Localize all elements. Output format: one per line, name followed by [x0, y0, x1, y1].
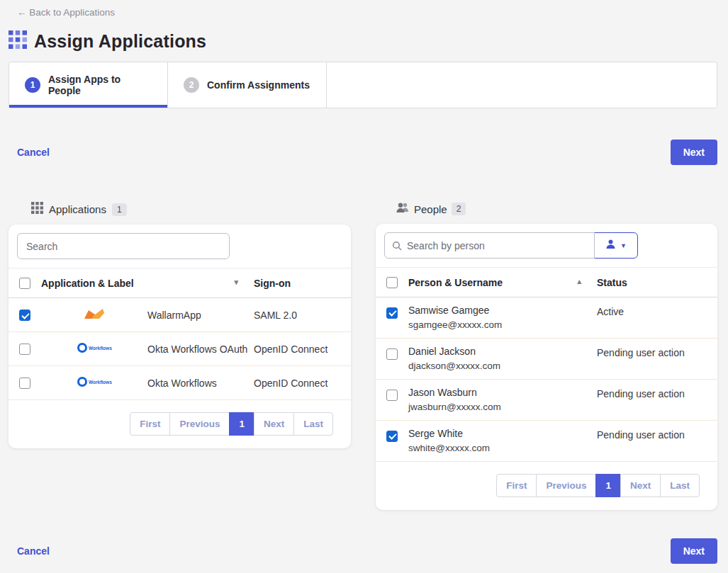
people-panel: ▼ Person & Username ▴ Status: [376, 224, 717, 510]
column-header-label: Application & Label: [41, 278, 134, 289]
person-username: swhite@xxxxx.com: [408, 443, 597, 453]
svg-text:Workflows: Workflows: [89, 346, 112, 351]
application-row[interactable]: Workflows Okta Workflows OAuth OpenID Co…: [9, 332, 351, 366]
application-name: Okta Workflows: [147, 366, 254, 400]
applications-heading-label: Applications: [49, 203, 106, 215]
people-table: Person & Username ▴ Status Samwise Gamge…: [376, 268, 717, 462]
pagination-first[interactable]: First: [130, 412, 170, 436]
signon-column-header: Sign-on: [254, 268, 351, 298]
application-label-column-header[interactable]: Application & Label ▾: [41, 268, 254, 298]
person-row[interactable]: Daniel Jackson djackson@xxxxx.com Pendin…: [376, 339, 717, 380]
person-row[interactable]: Jason Wasburn jwasburn@xxxxx.com Pending…: [376, 380, 717, 421]
person-row-checkbox[interactable]: [386, 390, 398, 401]
tab-step-number: 1: [25, 77, 40, 93]
person-row[interactable]: Samwise Gamgee sgamgee@xxxxx.com Active: [376, 297, 717, 339]
applications-count-badge: 1: [112, 203, 127, 216]
people-heading-label: People: [414, 203, 447, 215]
wallarm-logo: [84, 310, 105, 322]
applications-table-header: Application & Label ▾ Sign-on: [9, 268, 351, 298]
person-status: Pending user action: [597, 339, 717, 380]
person-username: jwasburn@xxxxx.com: [408, 402, 597, 412]
okta-workflows-logo: Workflows: [77, 345, 112, 356]
pagination-page-1[interactable]: 1: [229, 412, 254, 436]
applications-search-bar: [9, 225, 351, 268]
page-header: Assign Applications: [9, 30, 728, 52]
sort-desc-icon: ▾: [234, 278, 238, 287]
pagination-next[interactable]: Next: [620, 474, 661, 497]
application-row[interactable]: WallarmApp SAML 2.0: [9, 298, 351, 332]
person-username: djackson@xxxxx.com: [408, 361, 597, 371]
application-signon: OpenID Connect: [254, 366, 351, 400]
person-name: Samwise Gamgee: [408, 305, 597, 316]
tab-label: Confirm Assignments: [207, 79, 310, 91]
page-title: Assign Applications: [34, 31, 206, 52]
person-name: Serge White: [408, 428, 597, 439]
chevron-down-icon: ▼: [620, 242, 627, 249]
select-all-apps-checkbox[interactable]: [19, 278, 30, 289]
back-to-applications-link[interactable]: ← Back to Applications: [0, 0, 728, 18]
svg-text:Workflows: Workflows: [89, 380, 112, 385]
tab-label: Assign Apps to People: [48, 74, 152, 96]
cancel-link-bottom[interactable]: Cancel: [17, 545, 50, 557]
applications-heading: Applications 1: [31, 202, 351, 217]
panels-section: Applications 1 Application & Label ▾: [9, 202, 717, 510]
person-username-column-header[interactable]: Person & Username ▴: [408, 268, 597, 297]
people-icon: [396, 202, 410, 216]
pagination-last[interactable]: Last: [293, 412, 333, 436]
applications-column: Applications 1 Application & Label ▾: [9, 202, 351, 448]
applications-pagination: First Previous 1 Next Last: [9, 400, 351, 448]
person-status: Pending user action: [597, 380, 717, 421]
sort-asc-icon: ▴: [577, 277, 581, 286]
person-status: Pending user action: [597, 421, 717, 462]
person-status: Active: [597, 297, 717, 339]
application-name: Okta Workflows OAuth: [147, 332, 254, 366]
person-username: sgamgee@xxxxx.com: [408, 319, 597, 330]
status-column-header: Status: [597, 268, 717, 297]
next-button-top[interactable]: Next: [671, 140, 717, 165]
person-row[interactable]: Serge White swhite@xxxxx.com Pending use…: [376, 421, 717, 462]
bottom-actions-row: Cancel Next: [17, 538, 717, 564]
people-search-bar: ▼: [376, 224, 717, 268]
tab-bar-filler: [327, 62, 717, 108]
applications-table: Application & Label ▾ Sign-on: [9, 268, 351, 400]
people-heading: People 2: [396, 202, 717, 216]
application-name: WallarmApp: [147, 298, 254, 332]
assign-applications-page: ← Back to Applications Assign Applicatio…: [0, 0, 728, 573]
person-row-checkbox[interactable]: [386, 348, 398, 360]
pagination-first[interactable]: First: [496, 474, 537, 497]
grid-icon: [31, 202, 43, 217]
top-actions-row: Cancel Next: [17, 140, 717, 165]
tab-assign-apps-to-people[interactable]: 1 Assign Apps to People: [9, 62, 168, 108]
application-signon: SAML 2.0: [254, 298, 351, 332]
pagination-last[interactable]: Last: [660, 474, 700, 497]
people-pagination: First Previous 1 Next Last: [376, 462, 717, 510]
applications-panel: Application & Label ▾ Sign-on: [9, 225, 351, 448]
person-row-checkbox[interactable]: [386, 307, 398, 319]
applications-search-input[interactable]: [17, 233, 230, 259]
pagination-previous[interactable]: Previous: [169, 412, 230, 436]
tab-step-number: 2: [184, 77, 199, 93]
wizard-tab-bar: 1 Assign Apps to People 2 Confirm Assign…: [9, 62, 717, 108]
app-row-checkbox[interactable]: [19, 344, 30, 355]
pagination-next[interactable]: Next: [254, 412, 294, 436]
okta-workflows-logo: Workflows: [77, 379, 112, 390]
person-icon: [605, 239, 616, 251]
pagination-previous[interactable]: Previous: [536, 474, 596, 497]
tab-confirm-assignments[interactable]: 2 Confirm Assignments: [168, 62, 327, 108]
app-row-checkbox[interactable]: [19, 378, 30, 389]
person-filter-dropdown[interactable]: ▼: [594, 232, 638, 259]
application-signon: OpenID Connect: [254, 332, 351, 366]
pagination-page-1[interactable]: 1: [595, 474, 621, 497]
people-search-input[interactable]: [384, 232, 595, 259]
column-header-label: Person & Username: [408, 277, 503, 288]
search-icon: [392, 241, 402, 254]
people-table-header: Person & Username ▴ Status: [376, 268, 717, 297]
application-row[interactable]: Workflows Okta Workflows OpenID Connect: [9, 366, 351, 400]
next-button-bottom[interactable]: Next: [671, 538, 717, 564]
person-row-checkbox[interactable]: [386, 431, 398, 442]
select-all-people-checkbox[interactable]: [386, 277, 398, 288]
person-name: Jason Wasburn: [408, 387, 597, 398]
app-row-checkbox[interactable]: [19, 310, 30, 321]
cancel-link-top[interactable]: Cancel: [17, 147, 50, 158]
grid-apps-icon: [9, 30, 27, 52]
